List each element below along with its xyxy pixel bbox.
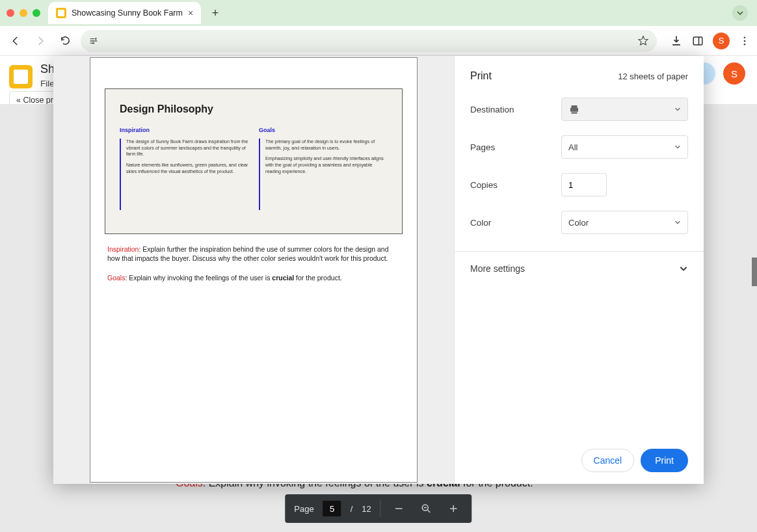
label-destination: Destination	[470, 105, 561, 114]
slides-favicon-icon	[56, 8, 66, 18]
profile-avatar[interactable]: S	[713, 33, 730, 49]
svg-point-0	[95, 38, 97, 40]
note2-label: Goals	[107, 274, 125, 282]
downloads-icon[interactable]	[670, 34, 683, 47]
account-avatar[interactable]: S	[723, 62, 745, 85]
window-close-button[interactable]	[7, 9, 14, 17]
tab-title: Showcasing Sunny Book Farm	[72, 8, 183, 18]
label-color: Color	[470, 218, 561, 228]
print-dialog: Design Philosophy Inspiration The design…	[53, 56, 704, 484]
page-label: Page	[294, 504, 313, 514]
cancel-button[interactable]: Cancel	[581, 449, 635, 472]
printer-icon	[568, 103, 580, 115]
svg-point-4	[744, 36, 746, 38]
sheets-count: 12 sheets of paper	[618, 72, 688, 81]
new-tab-button[interactable]: +	[206, 4, 224, 22]
slide-col1-p1: The design of Sunny Book Farm draws insp…	[126, 139, 248, 157]
window-minimize-button[interactable]	[20, 9, 27, 17]
svg-point-6	[744, 43, 746, 45]
toolbar-divider	[380, 500, 381, 517]
more-settings-toggle[interactable]: More settings	[470, 263, 688, 274]
preview-page: Design Philosophy Inspiration The design…	[90, 57, 418, 483]
menu-bar-partial[interactable]: File	[40, 79, 55, 88]
chevron-down-icon	[674, 219, 681, 226]
print-title: Print	[470, 70, 492, 82]
zoom-out-button[interactable]	[390, 499, 408, 518]
svg-rect-2	[693, 37, 702, 45]
browser-tab[interactable]: Showcasing Sunny Book Farm ×	[48, 2, 201, 24]
preview-speaker-notes: Inspiration: Explain further the inspira…	[107, 245, 400, 283]
label-copies: Copies	[470, 180, 561, 190]
doc-title-partial: Sh	[40, 62, 55, 76]
note1-text: : Explain further the inspiration behind…	[107, 245, 389, 262]
slide-col1-heading: Inspiration	[120, 127, 248, 133]
copies-input[interactable]	[561, 173, 607, 196]
page-total: 12	[362, 504, 371, 514]
note1-label: Inspiration	[107, 245, 139, 253]
slide-col2-heading: Goals	[259, 127, 388, 133]
chevron-down-icon	[679, 264, 688, 273]
slides-app-icon[interactable]	[9, 65, 33, 88]
side-scroll-indicator[interactable]	[752, 258, 757, 286]
chevron-down-icon	[674, 144, 681, 150]
forward-button[interactable]	[31, 32, 49, 50]
sidepanel-icon[interactable]	[692, 35, 704, 47]
label-pages: Pages	[470, 142, 561, 152]
print-preview-pane[interactable]: Design Philosophy Inspiration The design…	[53, 56, 454, 484]
settings-divider	[455, 251, 704, 252]
toolbar-right: S	[670, 33, 750, 49]
tab-close-icon[interactable]: ×	[188, 8, 193, 18]
preview-page-toolbar: Page / 12	[285, 494, 471, 523]
chevron-down-icon	[674, 106, 681, 113]
svg-point-1	[92, 42, 94, 44]
bookmark-star-icon[interactable]	[637, 35, 649, 47]
destination-select[interactable]	[561, 98, 688, 121]
back-button[interactable]	[7, 32, 25, 50]
slide-title: Design Philosophy	[120, 103, 388, 115]
svg-line-9	[428, 510, 431, 512]
page-number-input[interactable]	[323, 501, 341, 516]
pages-select[interactable]: All	[561, 135, 688, 159]
browser-toolbar: S	[0, 26, 757, 56]
window-buttons	[7, 9, 40, 17]
print-settings-panel: Print 12 sheets of paper Destination Pag…	[454, 56, 704, 484]
color-select[interactable]: Color	[561, 211, 688, 234]
window-maximize-button[interactable]	[33, 9, 40, 17]
page-separator: /	[351, 504, 353, 514]
slide-col1-p2: Nature elements like sunflowers, green p…	[126, 162, 248, 174]
zoom-in-button[interactable]	[445, 499, 463, 518]
reload-button[interactable]	[56, 32, 74, 50]
slide-col2-p2: Emphasizing simplicity and user-friendly…	[265, 155, 388, 174]
tab-strip: Showcasing Sunny Book Farm × +	[0, 0, 757, 26]
print-button[interactable]: Print	[641, 449, 688, 472]
slide-col2-p1: The primary goal of the design is to evo…	[265, 139, 388, 151]
fit-page-button[interactable]	[418, 499, 436, 518]
site-settings-icon[interactable]	[88, 36, 99, 46]
kebab-menu-icon[interactable]	[739, 35, 750, 47]
browser-chrome: Showcasing Sunny Book Farm × + S	[0, 0, 757, 56]
tabs-dropdown-button[interactable]	[732, 5, 748, 21]
preview-slide: Design Philosophy Inspiration The design…	[105, 88, 403, 234]
svg-point-5	[744, 40, 746, 42]
address-bar[interactable]	[81, 30, 657, 52]
